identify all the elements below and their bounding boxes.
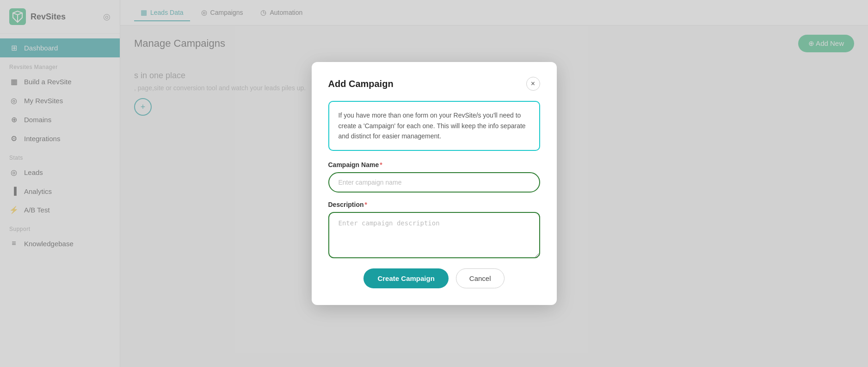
create-campaign-button[interactable]: Create Campaign (363, 268, 448, 288)
description-textarea[interactable] (328, 212, 540, 258)
campaign-name-label: Campaign Name* (328, 161, 540, 168)
description-label: Description* (328, 201, 540, 208)
cancel-button[interactable]: Cancel (456, 268, 505, 288)
required-star-desc: * (365, 201, 367, 208)
modal-overlay: Add Campaign × If you have more than one… (0, 0, 868, 367)
modal-info-box: If you have more than one form on your R… (328, 101, 540, 150)
modal-header: Add Campaign × (328, 77, 540, 91)
add-campaign-modal: Add Campaign × If you have more than one… (312, 62, 557, 305)
campaign-name-input[interactable] (328, 172, 540, 193)
modal-info-text: If you have more than one form on your R… (339, 110, 530, 141)
modal-title: Add Campaign (328, 79, 394, 89)
modal-close-button[interactable]: × (526, 77, 540, 91)
modal-actions: Create Campaign Cancel (328, 268, 540, 288)
description-group: Description* (328, 201, 540, 260)
campaign-name-group: Campaign Name* (328, 161, 540, 193)
required-star: * (380, 161, 382, 168)
